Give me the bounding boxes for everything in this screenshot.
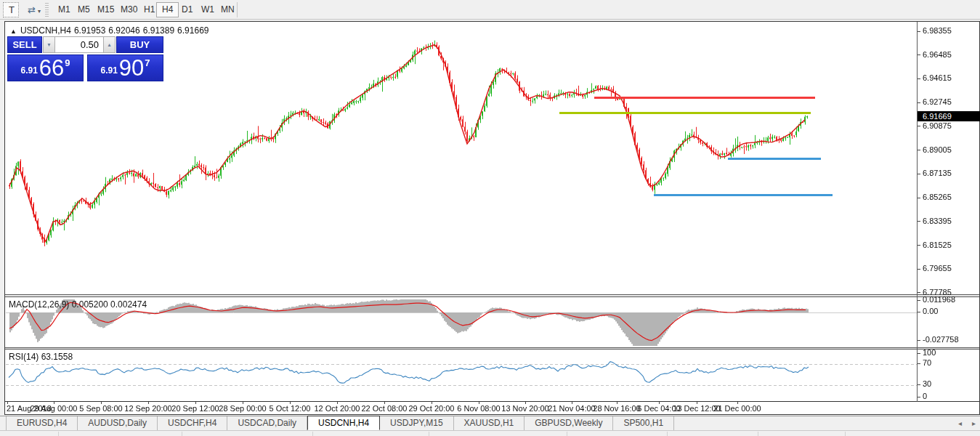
time-axis-label: 20 Sep 12:00 <box>171 404 219 413</box>
time-axis-label: 22 Oct 08:00 <box>362 404 408 413</box>
price-axis-tick <box>918 102 920 103</box>
price-axis-tick <box>918 245 920 246</box>
sell-price-big: 66 <box>39 58 64 78</box>
tab-gbpusd-weekly[interactable]: GBPUSD,Weekly <box>525 416 613 430</box>
statusbar-separator <box>429 432 429 436</box>
tab-scroll-right-icon[interactable]: ▸ <box>972 419 976 427</box>
price-axis-label: 6.94615 <box>923 73 952 82</box>
volume-decrement-button[interactable]: ▾ <box>43 36 55 53</box>
collapse-trade-panel-icon[interactable]: ▲ <box>10 28 17 35</box>
price-axis-tick <box>918 150 920 150</box>
ohlc-open: 6.91953 <box>74 25 105 36</box>
price-axis-label: 6.83395 <box>923 217 952 225</box>
tab-audusd-daily[interactable]: AUDUSD,Daily <box>78 416 158 430</box>
indicator-axis-label: 0.011968 <box>923 295 955 304</box>
rsi-indicator-canvas[interactable] <box>6 350 917 401</box>
chevron-down-icon: ▾ <box>38 8 41 15</box>
cursor-tool-button[interactable]: ⇄▾ <box>22 2 46 17</box>
price-axis-tick <box>918 174 920 174</box>
buy-price-small: 6.91 <box>100 65 117 76</box>
buy-button[interactable]: BUY <box>116 36 163 53</box>
tab-scroll-left-icon[interactable]: ◂ <box>958 419 962 427</box>
tab-eurusd-h4[interactable]: EURUSD,H4 <box>6 416 78 430</box>
time-axis-label: 28 Sep 00:00 <box>219 404 266 413</box>
tab-usdcad-daily[interactable]: USDCAD,Daily <box>227 416 307 430</box>
volume-increment-button[interactable]: ▴ <box>103 36 116 53</box>
price-axis-label: 6.79655 <box>923 264 952 272</box>
indicator-axis-tick <box>918 312 920 312</box>
text-tool-button[interactable]: T <box>3 2 19 17</box>
statusbar-separator <box>58 432 59 436</box>
sell-price-sup: 9 <box>65 57 70 68</box>
indicator-axis-label: 0 <box>923 392 927 400</box>
price-axis-tick <box>918 292 920 293</box>
indicator-axis-tick <box>918 363 920 364</box>
price-axis-tick <box>918 198 920 198</box>
price-axis-tick <box>918 126 920 126</box>
tab-sp500-h1[interactable]: SP500,H1 <box>613 416 674 430</box>
tab-usdcnh-h4[interactable]: USDCNH,H4 <box>307 416 380 430</box>
sell-button[interactable]: SELL <box>7 36 42 53</box>
indicator-axis-label: 30 <box>923 379 931 388</box>
price-axis-tick <box>918 78 920 79</box>
indicator-axis-tick <box>918 353 920 354</box>
ohlc-low: 6.91389 <box>143 25 174 36</box>
tab-usdjpy-m15[interactable]: USDJPY,M15 <box>380 416 453 430</box>
sell-price-small: 6.91 <box>20 65 37 76</box>
time-axis-label: 29 Aug 00:00 <box>31 404 78 413</box>
time-axis[interactable]: 21 Aug 201829 Aug 00:005 Sep 08:0012 Sep… <box>5 402 918 414</box>
time-axis-label: 5 Sep 08:00 <box>79 404 122 413</box>
tab-usdchf-h4[interactable]: USDCHF,H4 <box>158 416 227 430</box>
buy-price-tile[interactable]: 6.91 90 7 <box>87 54 163 81</box>
time-axis-label: 21 Nov 04:00 <box>548 404 595 413</box>
tab-xauusd-h1[interactable]: XAUUSD,H1 <box>454 416 525 430</box>
rsi-label: RSI(14) 63.1558 <box>9 352 73 362</box>
macd-label: MACD(12,26,9) 0.005200 0.002474 <box>9 299 147 310</box>
indicator-axis-tick <box>918 384 920 385</box>
statusbar-separator <box>182 432 182 436</box>
time-axis-label: 6 Nov 08:00 <box>457 404 500 413</box>
price-axis-tick <box>918 269 920 270</box>
time-axis-label: 13 Nov 20:00 <box>501 404 548 413</box>
price-axis-label: 6.96485 <box>923 50 952 59</box>
price-axis-label: 6.85265 <box>923 193 952 201</box>
indicator-axis-label: 100 <box>923 348 936 357</box>
buy-price-big: 90 <box>119 58 144 78</box>
buy-price-sup: 7 <box>145 57 150 68</box>
ohlc-close: 6.91669 <box>177 25 208 36</box>
arrows-icon: ⇄ <box>28 4 36 15</box>
time-axis-label: 21 Dec 00:00 <box>713 404 761 413</box>
price-axis-label: 6.89005 <box>923 145 952 154</box>
pane-separator-rsi[interactable] <box>5 347 979 350</box>
time-axis-label: 28 Nov 16:00 <box>593 404 640 413</box>
statusbar-separator <box>758 432 758 436</box>
time-axis-label: 12 Sep 20:00 <box>124 404 171 413</box>
sell-price-tile[interactable]: 6.91 66 9 <box>7 54 84 81</box>
chart-tab-bar: EURUSD,H4 AUDUSD,Daily USDCHF,H4 USDCAD,… <box>0 416 980 430</box>
price-axis-label: 6.87135 <box>923 169 952 177</box>
volume-input[interactable] <box>55 36 103 53</box>
price-axis-tick <box>918 221 920 222</box>
pane-separator-macd[interactable] <box>5 294 979 297</box>
indicator-axis-label: 70 <box>923 358 931 367</box>
statusbar-separator <box>845 432 846 436</box>
price-axis-tick <box>918 54 920 55</box>
time-axis-label: 12 Oct 20:00 <box>315 404 360 413</box>
chart-title: ▲USDCNH,H46.919536.920466.913896.91669 <box>10 25 212 36</box>
indicator-axis-label: 0.00 <box>923 307 938 315</box>
indicator-axis-tick <box>918 300 920 301</box>
price-axis-label: 6.98355 <box>923 26 952 35</box>
current-price-tag: 6.91669 <box>918 111 980 121</box>
toolbar-separator <box>237 2 238 17</box>
price-axis-label: 6.81525 <box>923 241 952 249</box>
price-axis-tick <box>918 31 920 32</box>
statusbar-separator <box>312 432 313 436</box>
ohlc-high: 6.92046 <box>108 25 139 36</box>
statusbar-separator <box>567 432 567 436</box>
indicator-axis-label: -0.027758 <box>923 335 959 344</box>
statusbar-separator <box>667 432 668 436</box>
time-axis-label: 5 Oct 12:00 <box>270 404 311 413</box>
indicator-axis-tick <box>918 397 920 397</box>
chart-symbol: USDCNH,H4 <box>20 25 71 36</box>
one-click-trade-panel: SELL ▾ ▴ BUY 6.91 66 9 6.91 90 7 <box>7 36 163 81</box>
